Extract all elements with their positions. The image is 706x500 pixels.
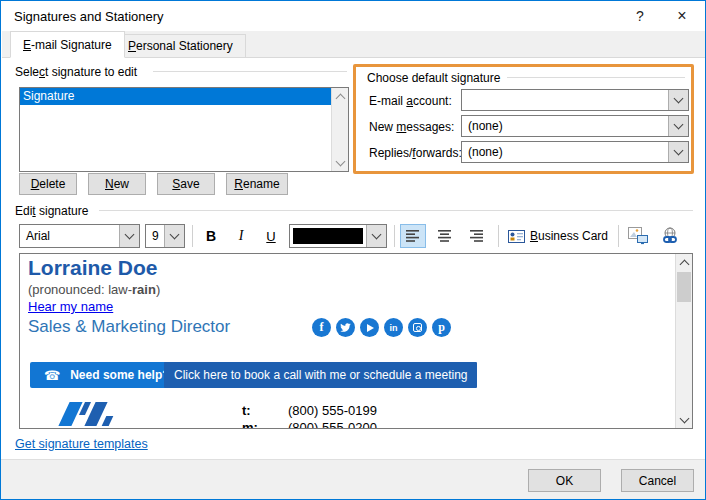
select-signature-groupline [153, 71, 347, 72]
new-messages-select[interactable]: (none) [461, 115, 689, 137]
tab-email-signature[interactable]: E-mail Signature [10, 31, 125, 58]
toolbar-separator [192, 225, 193, 247]
cancel-button[interactable]: Cancel [621, 469, 694, 492]
replies-forwards-value: (none) [462, 145, 668, 159]
phone-icon: ☎ [44, 368, 60, 383]
italic-button[interactable]: I [229, 224, 253, 248]
replies-forwards-label: Replies/forwards: [369, 146, 462, 160]
align-center-button[interactable] [432, 224, 458, 248]
align-right-icon [470, 230, 484, 242]
font-family-select[interactable]: Arial [19, 224, 140, 248]
new-button[interactable]: New [88, 173, 146, 195]
signature-list-scrollbar[interactable] [331, 88, 348, 171]
youtube-icon[interactable] [360, 318, 379, 337]
tab-personal-stationery[interactable]: Personal Stationery [115, 34, 246, 58]
signature-editor[interactable]: Lorraine Doe (pronounced: law-rain) Hear… [19, 253, 693, 429]
rename-button[interactable]: Rename [226, 173, 288, 195]
pinterest-icon[interactable]: p [432, 318, 451, 337]
chevron-down-icon[interactable] [668, 142, 688, 162]
phone-t-label: t: [242, 402, 288, 419]
linkedin-icon[interactable]: in [384, 318, 403, 337]
edit-signature-label: Edit signature [15, 204, 88, 218]
underline-button[interactable]: U [259, 224, 283, 248]
insert-hyperlink-icon [660, 227, 680, 245]
phone-m-label: m: [242, 419, 288, 428]
editor-scrollbar[interactable] [675, 254, 692, 428]
company-logo [58, 402, 128, 428]
scroll-down-icon[interactable] [332, 154, 348, 171]
hear-my-name-link[interactable]: Hear my name [28, 299, 113, 314]
default-signature-label: Choose default signature [367, 71, 500, 85]
insert-picture-icon [628, 227, 648, 245]
tab-email-signature-label: E-mail Signature [23, 38, 112, 52]
scroll-down-icon[interactable] [676, 411, 692, 428]
close-button[interactable]: × [665, 1, 699, 31]
chevron-down-icon[interactable] [164, 225, 184, 247]
font-size-select[interactable]: 9 [145, 224, 185, 248]
font-color-select[interactable] [289, 224, 387, 248]
twitter-icon[interactable] [336, 318, 355, 337]
rename-button-label: Rename [234, 177, 279, 191]
facebook-icon[interactable]: f [312, 318, 331, 337]
signature-list-item-selected[interactable]: Signature [20, 88, 331, 105]
phone-line-t: t:(800) 555-0199 [242, 402, 377, 419]
email-account-label: E-mail account: [369, 94, 452, 108]
align-right-button[interactable] [464, 224, 490, 248]
signature-name: Lorraine Doe [28, 256, 158, 280]
email-account-select[interactable] [461, 89, 689, 111]
new-messages-label: New messages: [369, 120, 454, 134]
ok-button[interactable]: OK [528, 469, 601, 492]
signatures-and-stationery-dialog: Signatures and Stationery ? × E-mail Sig… [0, 0, 706, 500]
bold-button[interactable]: B [199, 224, 223, 248]
business-card-button[interactable]: Business Card [504, 224, 612, 248]
save-button[interactable]: Save [157, 173, 215, 195]
footer-bar: OK Cancel [1, 459, 705, 499]
need-help-button[interactable]: ☎ Need some help? [30, 362, 184, 388]
signature-list[interactable]: Signature [19, 87, 349, 172]
align-left-button[interactable] [400, 224, 426, 248]
signature-job-title: Sales & Marketing Director [28, 317, 230, 337]
new-button-label: New [105, 177, 129, 191]
toolbar-separator [618, 225, 619, 247]
delete-button-label: Delete [31, 177, 66, 191]
new-messages-value: (none) [462, 119, 668, 133]
align-left-icon [406, 230, 420, 242]
help-icon: ? [636, 8, 644, 24]
dialog-title: Signatures and Stationery [14, 9, 164, 24]
instagram-icon[interactable] [408, 318, 427, 337]
tab-personal-stationery-label: Personal Stationery [128, 39, 233, 53]
phone-numbers: t:(800) 555-0199 m:(800) 555-0200 [242, 402, 377, 428]
font-color-swatch [293, 228, 363, 244]
close-icon: × [677, 7, 686, 25]
toolbar-separator [498, 225, 499, 247]
insert-hyperlink-button[interactable] [656, 224, 684, 248]
scroll-up-icon[interactable] [676, 254, 692, 271]
book-call-button[interactable]: Click here to book a call with me or sch… [164, 362, 477, 388]
chevron-down-icon[interactable] [366, 225, 386, 247]
chevron-down-icon[interactable] [668, 90, 688, 110]
social-icons-row: f in p [312, 318, 451, 337]
chevron-down-icon[interactable] [119, 225, 139, 247]
scroll-up-icon[interactable] [332, 88, 348, 105]
business-card-icon [508, 230, 525, 243]
default-signature-groupline [507, 77, 685, 78]
business-card-label: Business Card [530, 229, 608, 243]
select-signature-label: Select signature to edit [15, 65, 137, 79]
phone-t-value: (800) 555-0199 [288, 402, 377, 419]
signature-content[interactable]: Lorraine Doe (pronounced: law-rain) Hear… [20, 254, 675, 428]
align-center-icon [438, 230, 452, 242]
insert-picture-button[interactable] [624, 224, 652, 248]
font-family-value: Arial [20, 229, 119, 243]
chevron-down-icon[interactable] [668, 116, 688, 136]
replies-forwards-select[interactable]: (none) [461, 141, 689, 163]
signature-pronunciation: (pronounced: law-rain) [28, 282, 160, 297]
phone-m-value: (800) 555-0200 [288, 419, 377, 428]
edit-signature-groupline [99, 210, 693, 211]
toolbar-separator [394, 225, 395, 247]
font-size-value: 9 [146, 229, 164, 243]
get-signature-templates-link[interactable]: Get signature templates [15, 437, 148, 451]
title-bar: Signatures and Stationery ? × [1, 1, 705, 31]
scrollbar-thumb[interactable] [677, 272, 691, 302]
delete-button[interactable]: Delete [19, 173, 77, 195]
help-button[interactable]: ? [623, 1, 657, 31]
